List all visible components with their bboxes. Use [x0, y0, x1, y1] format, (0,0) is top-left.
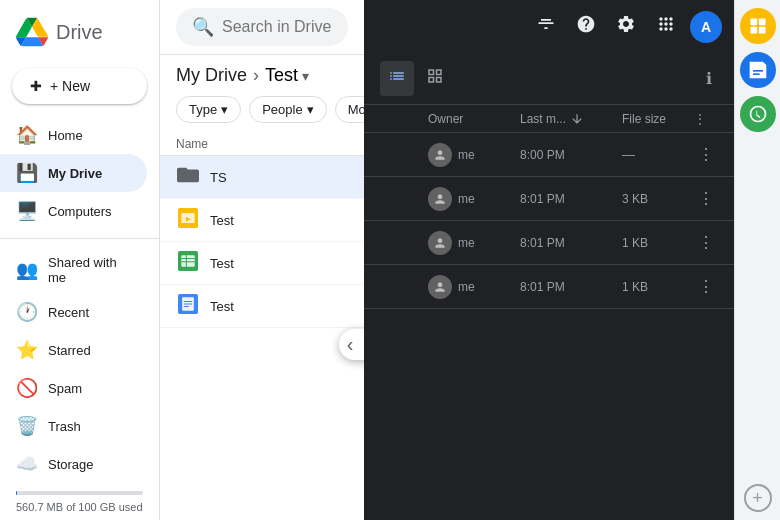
app-logo: Drive	[0, 8, 159, 64]
filter-modified[interactable]: Modified ▾	[335, 96, 364, 123]
plus-icon: ✚	[30, 78, 42, 94]
filter-icon-button[interactable]	[530, 8, 562, 45]
sidebar-item-recent[interactable]: 🕐 Recent	[0, 293, 147, 331]
file-name: Test	[210, 299, 234, 314]
sidebar-item-storage[interactable]: ☁️ Storage	[0, 445, 147, 483]
new-button-label: + New	[50, 78, 90, 94]
grid-view-button[interactable]	[418, 61, 452, 96]
rp-modified-cell: 8:01 PM	[520, 279, 610, 294]
table-header: Name ⋮	[160, 133, 364, 156]
modified-time: 8:01 PM	[520, 236, 565, 250]
owner-avatar	[428, 231, 452, 255]
breadcrumb-current[interactable]: Test ▾	[265, 65, 309, 86]
search-input[interactable]	[222, 18, 332, 36]
breadcrumb-parent[interactable]: My Drive	[176, 65, 247, 86]
sidebar-item-computers[interactable]: 🖥️ Computers	[0, 192, 147, 230]
rp-row-menu-button[interactable]: ⋮	[694, 185, 718, 212]
owner-name: me	[458, 280, 475, 294]
slides-icon: ▶	[176, 208, 200, 233]
nav-divider-1	[0, 238, 159, 239]
carousel-prev-button[interactable]: ‹	[341, 331, 360, 358]
file-name: Test	[210, 213, 234, 228]
col-owner-header[interactable]: Owner	[428, 112, 508, 126]
new-button[interactable]: ✚ + New	[12, 68, 147, 104]
sidebar-item-my-drive[interactable]: 💾 My Drive	[0, 154, 147, 192]
table-row[interactable]: Test ⋮	[160, 242, 364, 285]
breadcrumb-current-label: Test	[265, 65, 298, 86]
col-modified-header[interactable]: Last m...	[520, 112, 610, 126]
col-filesize-header[interactable]: File size	[622, 111, 682, 126]
svg-rect-13	[750, 19, 757, 26]
sidebar-item-shared[interactable]: 👥 Shared with me	[0, 247, 147, 293]
col-actions-header: ⋮	[694, 111, 718, 126]
rp-row-menu-button[interactable]: ⋮	[694, 229, 718, 256]
apps-icon-button[interactable]	[650, 8, 682, 45]
sidebar-item-starred[interactable]: ⭐ Starred	[0, 331, 147, 369]
search-icon: 🔍	[192, 16, 214, 38]
rp-row-menu-button[interactable]: ⋮	[694, 141, 718, 168]
edge-panel: +	[734, 0, 780, 520]
file-size: 1 KB	[622, 236, 648, 250]
rp-size-cell: 1 KB	[622, 235, 682, 250]
filter-type[interactable]: Type ▾	[176, 96, 241, 123]
shared-icon: 👥	[16, 259, 36, 281]
filter-people-chevron-icon: ▾	[307, 102, 314, 117]
filter-people[interactable]: People ▾	[249, 96, 326, 123]
user-avatar[interactable]: A	[690, 11, 722, 43]
right-panel-col-header: Owner Last m... File size ⋮	[364, 105, 734, 133]
edge-icon-blue[interactable]	[740, 52, 776, 88]
rp-file-row[interactable]: me 8:01 PM 1 KB ⋮	[364, 221, 734, 265]
file-name: Test	[210, 256, 234, 271]
col-name-header[interactable]: Name	[176, 137, 208, 151]
col-name-label: Name	[176, 137, 208, 151]
owner-avatar	[428, 143, 452, 167]
info-icon-button[interactable]: ℹ	[700, 63, 718, 94]
file-size: 3 KB	[622, 192, 648, 206]
file-table: Name ⋮ TS ⋮ ▶	[160, 133, 364, 520]
breadcrumb-separator: ›	[253, 65, 259, 86]
svg-text:▶: ▶	[186, 215, 191, 221]
edge-add-button[interactable]: +	[744, 484, 772, 512]
starred-icon: ⭐	[16, 339, 36, 361]
sidebar-label-spam: Spam	[48, 381, 82, 396]
sidebar-label-recent: Recent	[48, 305, 89, 320]
carousel-next-button[interactable]: ›	[359, 331, 364, 358]
breadcrumb: My Drive › Test ▾	[160, 55, 364, 92]
rp-owner-cell: me	[428, 187, 508, 211]
table-row[interactable]: Test ⋮	[160, 285, 364, 328]
right-panel: A ℹ Owner Last m... File size ⋮	[364, 0, 734, 520]
col-spacer2	[308, 137, 364, 151]
file-name-cell: Test	[176, 294, 234, 319]
rp-row-menu-button[interactable]: ⋮	[694, 273, 718, 300]
table-row[interactable]: ▶ Test ⋮	[160, 199, 364, 242]
file-size: 1 KB	[622, 280, 648, 294]
rp-file-row[interactable]: me 8:01 PM 3 KB ⋮	[364, 177, 734, 221]
sidebar-item-trash[interactable]: 🗑️ Trash	[0, 407, 147, 445]
search-bar[interactable]: 🔍	[176, 8, 348, 46]
rp-modified-cell: 8:00 PM	[520, 147, 610, 162]
owner-avatar	[428, 275, 452, 299]
sidebar-label-home: Home	[48, 128, 83, 143]
app-name: Drive	[56, 21, 103, 44]
rp-file-row[interactable]: me 8:01 PM 1 KB ⋮	[364, 265, 734, 309]
file-name-cell: ▶ Test	[176, 208, 234, 233]
sidebar-label-trash: Trash	[48, 419, 81, 434]
help-icon-button[interactable]	[570, 8, 602, 45]
sidebar-item-home[interactable]: 🏠 Home	[0, 116, 147, 154]
list-view-button[interactable]	[380, 61, 414, 96]
sidebar-label-my-drive: My Drive	[48, 166, 102, 181]
sidebar: Drive ✚ + New 🏠 Home 💾 My Drive 🖥️ Compu…	[0, 0, 160, 520]
owner-name: me	[458, 192, 475, 206]
edge-icon-teal[interactable]	[740, 96, 776, 132]
table-row[interactable]: TS ⋮	[160, 156, 364, 199]
rp-size-cell: 1 KB	[622, 279, 682, 294]
storage-icon: ☁️	[16, 453, 36, 475]
sidebar-label-computers: Computers	[48, 204, 112, 219]
svg-rect-4	[181, 255, 194, 267]
edge-icon-yellow[interactable]	[740, 8, 776, 44]
sidebar-item-spam[interactable]: 🚫 Spam	[0, 369, 147, 407]
rp-file-row[interactable]: me 8:00 PM — ⋮	[364, 133, 734, 177]
col-spacer	[208, 137, 308, 151]
rp-size-cell: —	[622, 147, 682, 162]
settings-icon-button[interactable]	[610, 8, 642, 45]
